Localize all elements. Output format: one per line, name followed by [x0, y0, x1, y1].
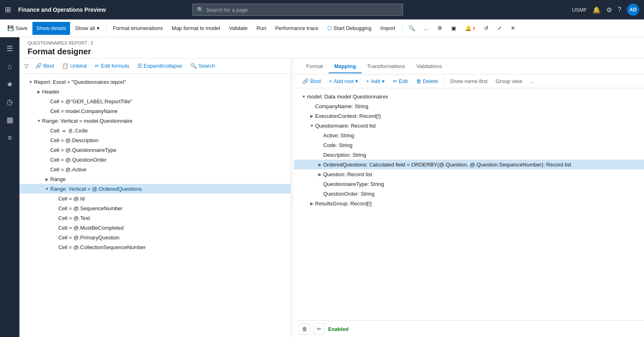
tree-item[interactable]: Cell = @.MustBeCompleted	[19, 223, 290, 232]
save-button[interactable]: 💾 Save	[3, 22, 32, 35]
tree-toggle[interactable]: ▼	[28, 79, 34, 85]
start-debugging-button[interactable]: ⬡ Start Debugging	[323, 22, 375, 35]
resize-handle[interactable]	[291, 58, 294, 337]
tree-item[interactable]: Cell = @"GER_LABEL:ReportTitle"	[19, 96, 290, 106]
right-tree-item[interactable]: Code: String	[294, 140, 644, 150]
tree-toggle[interactable]	[44, 98, 50, 105]
tree-toggle[interactable]	[44, 156, 50, 163]
tree-toggle[interactable]	[52, 234, 58, 241]
tab-format[interactable]: Format	[301, 60, 328, 73]
tree-toggle[interactable]	[52, 195, 58, 202]
tree-item[interactable]: ▶ Range	[19, 174, 290, 184]
waffle-icon[interactable]: ⊞	[5, 5, 11, 14]
sidebar-item-modules[interactable]: ≡	[2, 130, 18, 146]
tree-item[interactable]: ▼ Report: Excel = "Questionnaires report…	[19, 77, 290, 87]
tree-toggle[interactable]	[52, 244, 58, 250]
right-tree-toggle[interactable]	[317, 151, 323, 158]
right-tree-item[interactable]: ▼ Questionnaire: Record list	[294, 121, 644, 130]
left-tree[interactable]: ▼ Report: Excel = "Questionnaires report…	[19, 74, 290, 337]
right-tree-toggle[interactable]	[317, 181, 323, 187]
right-tree-item[interactable]: ▶ Question: Record list	[294, 169, 644, 179]
run-button[interactable]: Run	[252, 22, 270, 35]
right-tree-toggle[interactable]: ▶	[309, 113, 315, 119]
sidebar-item-menu[interactable]: ☰	[2, 41, 18, 57]
right-tree-item[interactable]: CompanyName: String	[294, 101, 644, 111]
more-right-button[interactable]: ...	[527, 77, 538, 85]
refresh-button[interactable]: ↺	[480, 22, 493, 35]
search-button-left[interactable]: 🔍 Search	[187, 62, 218, 70]
tab-transformations[interactable]: Transformations	[362, 60, 411, 73]
tree-item[interactable]: Cell = @.PrimaryQuestion	[19, 232, 290, 242]
map-format-to-model-button[interactable]: Map format to model	[168, 22, 224, 35]
tree-toggle[interactable]: ▶	[44, 176, 50, 182]
edit-button-right[interactable]: ✏ Edit	[390, 77, 411, 85]
tree-toggle[interactable]	[44, 166, 50, 173]
right-tree-item[interactable]: Active: String	[294, 130, 644, 140]
right-tree-toggle[interactable]: ▶	[317, 171, 323, 177]
notification-icon[interactable]: 🔔	[593, 6, 601, 14]
tree-toggle[interactable]	[44, 127, 50, 134]
format-enumerations-button[interactable]: Format enumerations	[109, 22, 167, 35]
right-tree-toggle[interactable]	[317, 190, 323, 197]
tree-toggle[interactable]	[52, 215, 58, 221]
right-tree-toggle[interactable]: ▶	[317, 161, 323, 168]
right-tree-toggle[interactable]: ▼	[309, 122, 315, 129]
right-tree-toggle[interactable]: ▶	[309, 200, 315, 207]
layout-button[interactable]: ▣	[447, 22, 460, 35]
right-tree[interactable]: ▼ model: Data model Questionnaires Compa…	[294, 88, 644, 320]
tree-toggle[interactable]: ▼	[36, 117, 42, 124]
add-root-button[interactable]: + Add root ▾	[326, 77, 361, 85]
unbind-button[interactable]: 📋 Unbind	[59, 62, 90, 70]
import-button[interactable]: Import	[376, 22, 399, 35]
tree-toggle[interactable]	[52, 224, 58, 231]
tree-toggle[interactable]: ▶	[36, 88, 42, 95]
right-tree-item[interactable]: QuestionOrder: String	[294, 189, 644, 198]
close-button[interactable]: ✕	[507, 22, 519, 35]
validate-button[interactable]: Validate	[225, 22, 252, 35]
tab-validations[interactable]: Validations	[411, 60, 448, 73]
tree-item[interactable]: Cell = @.QuestionOrder	[19, 155, 290, 164]
notification-badge-button[interactable]: 🔔0	[461, 22, 479, 35]
delete-button-right[interactable]: 🗑 Delete	[413, 77, 441, 85]
right-tree-item[interactable]: QuestionnaireType: String	[294, 179, 644, 189]
tree-toggle[interactable]	[44, 147, 50, 153]
tab-mapping[interactable]: Mapping	[328, 60, 361, 73]
sidebar-item-recent[interactable]: ◷	[2, 94, 18, 110]
right-tree-item[interactable]: ▶ ExecutionContext: Record[!]	[294, 111, 644, 121]
tree-item[interactable]: Cell = model.CompanyName	[19, 106, 290, 116]
expand-button[interactable]: ⤢	[493, 22, 506, 35]
right-tree-toggle[interactable]: ▼	[301, 93, 307, 100]
sidebar-item-favorites[interactable]: ★	[2, 76, 18, 92]
footer-delete-button[interactable]: 🗑	[299, 323, 310, 335]
right-tree-item[interactable]: ▶ OrderedQuestions: Calculated field = O…	[294, 160, 644, 169]
expand-collapse-button[interactable]: ☰ Expand/collapse	[134, 62, 186, 70]
add-button-right[interactable]: + Add ▾	[363, 77, 388, 85]
show-details-button[interactable]: Show details	[32, 22, 70, 35]
footer-edit-button[interactable]: ✏	[313, 323, 325, 335]
tree-item[interactable]: Cell = @.Text	[19, 213, 290, 223]
tree-item[interactable]: Cell = @.Active	[19, 164, 290, 174]
top-search[interactable]: 🔍 Search for a page	[192, 4, 403, 16]
edit-formula-button[interactable]: ✏ Edit formula	[92, 62, 132, 70]
bind-button-right[interactable]: 🔗 Bind	[299, 77, 324, 85]
sidebar-item-workspaces[interactable]: ▦	[2, 112, 18, 128]
tree-item[interactable]: ▶ Header	[19, 87, 290, 96]
more-options-button[interactable]: ...	[420, 22, 433, 35]
tree-item[interactable]: ▼ Range: Vertical = @.OrderedQuestions	[19, 184, 290, 194]
tree-item[interactable]: Cell = @.QuestionnaireType	[19, 145, 290, 155]
tree-toggle[interactable]	[52, 205, 58, 211]
tree-item[interactable]: Cell = @.Id	[19, 194, 290, 203]
right-tree-item[interactable]: ▶ ResultsGroup: Record[!]	[294, 198, 644, 208]
search-toolbar-button[interactable]: 🔍	[405, 22, 419, 35]
settings-button[interactable]: ⚙	[433, 22, 446, 35]
right-tree-toggle[interactable]	[317, 132, 323, 139]
right-tree-toggle[interactable]	[309, 103, 315, 109]
tree-toggle[interactable]	[44, 137, 50, 143]
tree-toggle[interactable]	[44, 108, 50, 114]
settings-icon[interactable]: ⚙	[606, 6, 612, 14]
sidebar-item-home[interactable]: ⌂	[2, 58, 18, 75]
help-icon[interactable]: ?	[618, 6, 621, 13]
show-name-first-button[interactable]: Show name first	[447, 77, 491, 85]
show-all-button[interactable]: Show all ▾	[71, 22, 103, 35]
tree-item[interactable]: Cell = @.Code	[19, 126, 290, 135]
